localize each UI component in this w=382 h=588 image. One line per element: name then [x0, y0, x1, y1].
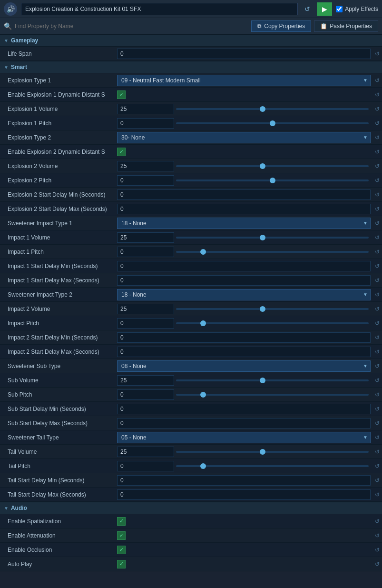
sub-volume-slider-thumb[interactable]	[260, 378, 265, 383]
explosion-1-pitch-reset[interactable]: ↺	[372, 120, 382, 127]
sub-volume-input[interactable]	[117, 375, 174, 386]
tail-volume-reset[interactable]: ↺	[372, 448, 382, 455]
explosion-2-volume-slider-thumb[interactable]	[260, 163, 265, 169]
sub-delay-min-reset[interactable]: ↺	[372, 406, 382, 412]
impact-2-volume-input[interactable]	[117, 304, 174, 314]
title-input[interactable]	[21, 3, 298, 15]
impact-2-delay-min-input[interactable]	[117, 332, 371, 343]
impact-2-delay-min-reset[interactable]: ↺	[372, 334, 382, 341]
explosion-2-delay-max-input[interactable]	[117, 204, 371, 214]
impact-1-delay-min-reset[interactable]: ↺	[372, 263, 382, 269]
impact-2-volume-slider-thumb[interactable]	[260, 306, 265, 312]
explosion-2-delay-max-reset[interactable]: ↺	[372, 206, 382, 212]
explosion-1-pitch-slider-track[interactable]	[176, 122, 369, 124]
impact-pitch-reset[interactable]: ↺	[372, 320, 382, 327]
explosion-2-pitch-input[interactable]	[117, 175, 174, 186]
sweetener-impact-type-2-select[interactable]: 18 - None	[117, 289, 371, 300]
copy-properties-button[interactable]: ⧉ Copy Properties	[251, 20, 311, 32]
refresh-button[interactable]: ↺	[302, 4, 313, 14]
impact-pitch-slider-thumb[interactable]	[200, 320, 206, 326]
explosion-2-volume-reset[interactable]: ↺	[372, 163, 382, 169]
life-span-input[interactable]	[117, 49, 371, 59]
tail-delay-max-reset[interactable]: ↺	[372, 491, 382, 498]
explosion-2-delay-min-reset[interactable]: ↺	[372, 191, 382, 198]
sweetener-tail-type-select[interactable]: 05 - None	[117, 432, 371, 443]
sub-volume-reset[interactable]: ↺	[372, 377, 382, 384]
tail-pitch-slider-track[interactable]	[176, 465, 369, 467]
tail-delay-min-reset[interactable]: ↺	[372, 477, 382, 484]
enable-explosion-2-dynamic-reset[interactable]: ↺	[372, 149, 382, 155]
sub-delay-max-reset[interactable]: ↺	[372, 420, 382, 427]
sweetener-sub-type-reset[interactable]: ↺	[372, 363, 382, 369]
impact-2-volume-reset[interactable]: ↺	[372, 306, 382, 312]
sub-pitch-input[interactable]	[117, 389, 174, 400]
impact-pitch-input[interactable]	[117, 318, 174, 329]
tail-volume-slider-thumb[interactable]	[260, 449, 265, 455]
impact-1-delay-max-reset[interactable]: ↺	[372, 277, 382, 284]
enable-attenuation-checkbox[interactable]: ✓	[117, 531, 126, 540]
gameplay-section-header[interactable]: ▼ Gameplay	[0, 34, 382, 47]
explosion-1-pitch-slider-thumb[interactable]	[270, 120, 275, 126]
enable-explosion-2-dynamic-checkbox[interactable]: ✓	[117, 148, 126, 156]
impact-1-volume-input[interactable]	[117, 232, 174, 243]
play-button[interactable]: ▶	[317, 2, 332, 16]
sub-pitch-slider-track[interactable]	[176, 394, 369, 396]
explosion-type-1-reset[interactable]: ↺	[372, 77, 382, 84]
explosion-type-2-select[interactable]: 30- None	[117, 132, 371, 143]
audio-section-header[interactable]: ▼ Audio	[0, 502, 382, 514]
sweetener-impact-type-2-reset[interactable]: ↺	[372, 291, 382, 298]
explosion-type-1-select[interactable]: 09 - Neutral Fast Modern Small	[117, 75, 371, 86]
enable-explosion-1-dynamic-checkbox[interactable]: ✓	[117, 90, 126, 99]
sweetener-sub-type-select[interactable]: 08 - None	[117, 360, 371, 372]
explosion-1-volume-slider-thumb[interactable]	[260, 106, 265, 112]
paste-properties-button[interactable]: 📋 Paste Properties	[314, 20, 378, 32]
impact-1-pitch-slider-track[interactable]	[176, 251, 369, 253]
life-span-reset[interactable]: ↺	[372, 50, 382, 57]
impact-2-delay-max-input[interactable]	[117, 347, 371, 357]
explosion-2-pitch-slider-thumb[interactable]	[270, 178, 275, 183]
impact-1-volume-reset[interactable]: ↺	[372, 234, 382, 241]
explosion-1-volume-slider-track[interactable]	[176, 108, 369, 110]
sweetener-impact-type-1-reset[interactable]: ↺	[372, 220, 382, 227]
sub-pitch-reset[interactable]: ↺	[372, 391, 382, 398]
tail-volume-slider-track[interactable]	[176, 451, 369, 453]
sweetener-impact-type-1-select[interactable]: 18 - None	[117, 218, 371, 229]
tail-pitch-input[interactable]	[117, 461, 174, 471]
impact-pitch-slider-track[interactable]	[176, 322, 369, 324]
sub-delay-max-input[interactable]	[117, 418, 371, 429]
search-input[interactable]	[15, 23, 248, 30]
explosion-1-pitch-input[interactable]	[117, 118, 174, 129]
enable-occlusion-checkbox[interactable]: ✓	[117, 546, 126, 554]
explosion-type-2-reset[interactable]: ↺	[372, 134, 382, 141]
enable-spatialization-checkbox[interactable]: ✓	[117, 517, 126, 526]
impact-1-pitch-reset[interactable]: ↺	[372, 249, 382, 255]
impact-2-volume-slider-track[interactable]	[176, 308, 369, 310]
impact-1-volume-slider-track[interactable]	[176, 237, 369, 239]
impact-1-delay-min-input[interactable]	[117, 261, 371, 271]
auto-play-reset[interactable]: ↺	[372, 561, 382, 568]
impact-1-pitch-input[interactable]	[117, 247, 174, 257]
sweetener-tail-type-reset[interactable]: ↺	[372, 434, 382, 441]
explosion-2-volume-slider-track[interactable]	[176, 165, 369, 167]
impact-2-delay-max-reset[interactable]: ↺	[372, 349, 382, 355]
explosion-2-pitch-slider-track[interactable]	[176, 179, 369, 181]
impact-1-delay-max-input[interactable]	[117, 275, 371, 286]
impact-1-pitch-slider-thumb[interactable]	[200, 249, 206, 255]
auto-play-checkbox[interactable]: ✓	[117, 560, 126, 568]
tail-volume-input[interactable]	[117, 447, 174, 457]
explosion-1-volume-reset[interactable]: ↺	[372, 106, 382, 112]
explosion-2-volume-input[interactable]	[117, 161, 174, 171]
explosion-2-delay-min-input[interactable]	[117, 189, 371, 200]
tail-pitch-reset[interactable]: ↺	[372, 463, 382, 469]
tail-delay-min-input[interactable]	[117, 475, 371, 486]
apply-effects-checkbox[interactable]	[336, 6, 343, 12]
sub-volume-slider-track[interactable]	[176, 379, 369, 381]
sub-pitch-slider-thumb[interactable]	[200, 392, 206, 398]
enable-explosion-1-dynamic-reset[interactable]: ↺	[372, 91, 382, 98]
sub-delay-min-input[interactable]	[117, 404, 371, 414]
tail-delay-max-input[interactable]	[117, 489, 371, 500]
enable-occlusion-reset[interactable]: ↺	[372, 547, 382, 553]
impact-1-volume-slider-thumb[interactable]	[260, 235, 265, 240]
enable-spatialization-reset[interactable]: ↺	[372, 518, 382, 525]
explosion-1-volume-input[interactable]	[117, 104, 174, 114]
